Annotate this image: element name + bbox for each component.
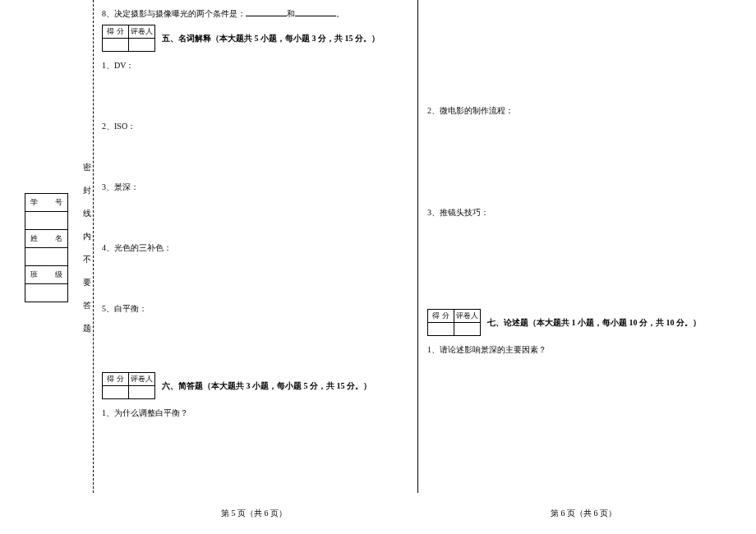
q8-mid: 和 [287,9,295,18]
score-cell[interactable] [103,386,129,399]
score-cell[interactable] [428,323,454,336]
reviewer-cell[interactable] [454,323,481,336]
reviewer-cell[interactable] [129,39,155,52]
footer-page-5: 第 5 页（共 6 页） [102,508,406,519]
page-5: 8、决定摄影与摄像曝光的两个条件是：和。 得 分 评卷人 五、名词解释（本大题共… [102,0,406,493]
score-header: 得 分 [428,310,454,323]
term-1: 1、DV： [102,60,406,71]
reviewer-cell[interactable] [129,386,155,399]
seal-char: 答 [82,294,92,317]
section-6-header-row: 得 分 评卷人 六、简答题（本大题共 3 小题，每小题 5 分，共 15 分。） [102,372,406,399]
score-box-section-7: 得 分 评卷人 [427,309,481,336]
seal-line-text: 密 封 线 内 不 要 答 题 [82,156,92,340]
section-5-header-row: 得 分 评卷人 五、名词解释（本大题共 5 小题，每小题 3 分，共 15 分。… [102,25,406,52]
section-5-title: 五、名词解释（本大题共 5 小题，每小题 3 分，共 15 分。） [162,33,380,44]
q8-blank-2[interactable] [295,8,336,16]
footer-page-6: 第 6 页（共 6 页） [427,508,740,519]
field-class[interactable] [25,284,68,302]
term-2: 2、ISO： [102,121,406,132]
label-name: 姓 名 [25,230,68,248]
field-student-id[interactable] [25,212,68,230]
score-cell[interactable] [103,39,129,52]
q8-blank-1[interactable] [246,8,287,16]
question-8: 8、决定摄影与摄像曝光的两个条件是：和。 [102,8,406,20]
score-header: 得 分 [103,25,129,39]
reviewer-header: 评卷人 [454,310,481,323]
short-answer-2: 2、微电影的制作流程： [427,105,740,117]
section-6-title: 六、简答题（本大题共 3 小题，每小题 5 分，共 15 分。） [162,380,371,392]
reviewer-header: 评卷人 [129,373,155,386]
q8-prefix: 8、决定摄影与摄像曝光的两个条件是： [102,9,246,18]
seal-char: 不 [82,248,92,271]
seal-char: 题 [82,317,92,340]
label-student-id: 学 号 [25,194,68,212]
seal-char: 密 [82,156,92,179]
field-name[interactable] [25,248,68,266]
term-3: 3、景深： [102,182,406,193]
label-class: 班 级 [25,266,68,284]
short-answer-3: 3、推镜头技巧： [427,207,740,219]
score-box-section-5: 得 分 评卷人 [102,25,155,52]
score-header: 得 分 [103,373,129,386]
term-5: 5、白平衡： [102,303,406,315]
reviewer-header: 评卷人 [129,25,155,39]
seal-char: 内 [82,225,92,248]
score-box-section-6: 得 分 评卷人 [102,372,155,399]
section-7-header-row: 得 分 评卷人 七、论述题（本大题共 1 小题，每小题 10 分，共 10 分。… [427,309,740,336]
seal-char: 线 [82,202,92,225]
section-7-title: 七、论述题（本大题共 1 小题，每小题 10 分，共 10 分。） [487,317,701,329]
essay-1: 1、请论述影响景深的主要因素？ [427,344,740,356]
student-info-table: 学 号 姓 名 班 级 [25,193,68,302]
term-4: 4、光色的三补色： [102,242,406,254]
short-answer-1: 1、为什么调整白平衡？ [102,407,406,419]
q8-suffix: 。 [336,9,344,18]
page-divider [417,0,418,493]
seal-char: 要 [82,271,92,294]
page-6: 2、微电影的制作流程： 3、推镜头技巧： 得 分 评卷人 七、论述题（本大题共 … [427,0,740,493]
seal-char: 封 [82,179,92,202]
